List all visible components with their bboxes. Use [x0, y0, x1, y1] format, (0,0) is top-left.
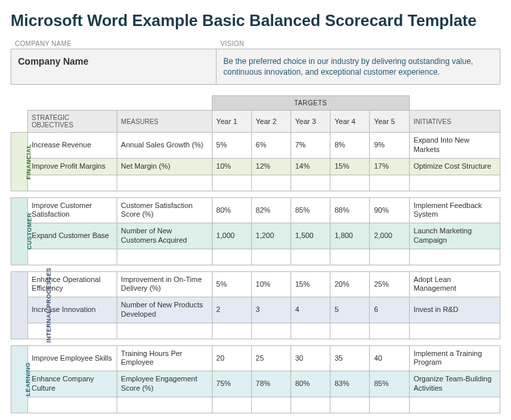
- vision-label: VISION: [217, 39, 500, 49]
- target-cell: 5%: [212, 271, 251, 297]
- table-row-empty: [11, 397, 500, 413]
- target-cell: 80%: [212, 197, 251, 223]
- target-cell: 75%: [212, 371, 251, 397]
- initiative-cell: Expand Into New Markets: [409, 133, 500, 159]
- objective-cell: Enhance Operational Efficiency: [27, 271, 117, 297]
- scorecard-table: TARGETS STRATEGIC OBJECTIVES MEASURES Ye…: [11, 95, 500, 413]
- target-cell: 1,500: [291, 223, 330, 249]
- target-cell: 6: [370, 297, 409, 323]
- measure-cell: Improvement in On-Time Delivery (%): [117, 271, 212, 297]
- table-row: Improve Profit Margins Net Margin (%) 10…: [11, 158, 500, 175]
- company-name-cell: Company Name: [11, 49, 217, 85]
- objective-cell: Improve Profit Margins: [27, 158, 117, 175]
- objective-cell: Improve Customer Satisfaction: [27, 197, 117, 223]
- target-cell: 10%: [251, 271, 290, 297]
- table-row: INTERNAL PROCESSES Enhance Operational E…: [11, 271, 500, 297]
- measure-cell: Annual Sales Growth (%): [117, 133, 212, 159]
- col-objectives: STRATEGIC OBJECTIVES: [27, 111, 117, 133]
- measure-cell: Number of New Products Developed: [117, 297, 212, 323]
- objective-cell: Improve Employee Skills: [27, 345, 117, 371]
- initiative-cell: Implement a Training Program: [409, 345, 500, 371]
- initiative-cell: Adopt Lean Management: [409, 271, 500, 297]
- objective-cell: Enhance Company Culture: [27, 371, 117, 397]
- target-cell: 15%: [291, 271, 330, 297]
- target-cell: 30: [291, 345, 330, 371]
- initiative-cell: Organize Team-Building Activities: [409, 371, 500, 397]
- measure-cell: Employee Engagement Score (%): [117, 371, 212, 397]
- initiative-cell: Implement Feedback System: [409, 197, 500, 223]
- section-customer: CUSTOMER Improve Customer Satisfaction C…: [11, 197, 500, 265]
- section-learning: LEARNING Improve Employee Skills Trainin…: [11, 345, 500, 413]
- initiative-cell: Launch Marketing Campaign: [409, 223, 500, 249]
- table-row: Expand Customer Base Number of New Custo…: [11, 223, 500, 249]
- col-year1: Year 1: [212, 111, 251, 133]
- target-cell: 25: [251, 345, 290, 371]
- table-row: CUSTOMER Improve Customer Satisfaction C…: [11, 197, 500, 223]
- category-customer: CUSTOMER: [11, 197, 28, 265]
- target-cell: 5: [330, 297, 370, 323]
- table-row: LEARNING Improve Employee Skills Trainin…: [11, 345, 500, 371]
- target-cell: 1,800: [330, 223, 370, 249]
- measure-cell: Net Margin (%): [117, 158, 212, 175]
- target-cell: 20: [212, 345, 251, 371]
- target-cell: 2,000: [370, 223, 409, 249]
- target-cell: 7%: [291, 133, 330, 159]
- company-label: COMPANY NAME: [11, 39, 217, 49]
- section-financial: FINANCIAL Increase Revenue Annual Sales …: [11, 133, 500, 191]
- target-cell: 15%: [330, 158, 370, 175]
- target-cell: 10%: [212, 158, 251, 175]
- objective-cell: Expand Customer Base: [27, 223, 117, 249]
- target-cell: 12%: [251, 158, 290, 175]
- category-internal: INTERNAL PROCESSES: [11, 271, 28, 339]
- table-row-empty: [11, 175, 500, 191]
- table-row-empty: [11, 249, 500, 265]
- target-cell: 35: [330, 345, 370, 371]
- category-financial: FINANCIAL: [11, 133, 28, 191]
- col-measures: MEASURES: [117, 111, 212, 133]
- target-cell: 17%: [370, 158, 409, 175]
- table-row: FINANCIAL Increase Revenue Annual Sales …: [11, 133, 500, 159]
- table-row: Enhance Company Culture Employee Engagem…: [11, 371, 500, 397]
- target-cell: 20%: [330, 271, 370, 297]
- page-title: Microsoft Word Example Basic Balanced Sc…: [11, 11, 500, 31]
- objective-cell: Increase Innovation: [27, 297, 117, 323]
- col-year2: Year 2: [251, 111, 290, 133]
- target-cell: 83%: [330, 371, 370, 397]
- col-year5: Year 5: [370, 111, 409, 133]
- target-cell: 5%: [212, 133, 251, 159]
- target-cell: 3: [251, 297, 290, 323]
- col-year3: Year 3: [291, 111, 330, 133]
- initiative-cell: Invest in R&D: [409, 297, 500, 323]
- measure-cell: Number of New Customers Acquired: [117, 223, 212, 249]
- target-cell: 1,200: [251, 223, 290, 249]
- target-cell: 4: [291, 297, 330, 323]
- target-cell: 2: [212, 297, 251, 323]
- target-cell: 14%: [291, 158, 330, 175]
- target-cell: 78%: [251, 371, 290, 397]
- target-cell: 25%: [370, 271, 409, 297]
- target-cell: 40: [370, 345, 409, 371]
- target-cell: 1,000: [212, 223, 251, 249]
- vision-cell: Be the preferred choice in our industry …: [217, 49, 500, 85]
- col-year4: Year 4: [330, 111, 370, 133]
- measure-cell: Customer Satisfaction Score (%): [117, 197, 212, 223]
- initiative-cell: Optimize Cost Structure: [409, 158, 500, 175]
- targets-header: TARGETS: [212, 96, 409, 111]
- col-initiatives: INITIATIVES: [409, 111, 500, 133]
- target-cell: 8%: [330, 133, 370, 159]
- target-cell: 6%: [251, 133, 290, 159]
- measure-cell: Training Hours Per Employee: [117, 345, 212, 371]
- target-cell: 9%: [370, 133, 409, 159]
- target-cell: 90%: [370, 197, 409, 223]
- target-cell: 85%: [370, 371, 409, 397]
- objective-cell: Increase Revenue: [27, 133, 117, 159]
- target-cell: 85%: [291, 197, 330, 223]
- target-cell: 82%: [251, 197, 290, 223]
- target-cell: 88%: [330, 197, 370, 223]
- table-row-empty: [11, 323, 500, 339]
- target-cell: 80%: [291, 371, 330, 397]
- header-table: COMPANY NAME VISION Company Name Be the …: [11, 39, 500, 85]
- table-row: Increase Innovation Number of New Produc…: [11, 297, 500, 323]
- section-internal: INTERNAL PROCESSES Enhance Operational E…: [11, 271, 500, 339]
- category-learning: LEARNING: [11, 345, 28, 413]
